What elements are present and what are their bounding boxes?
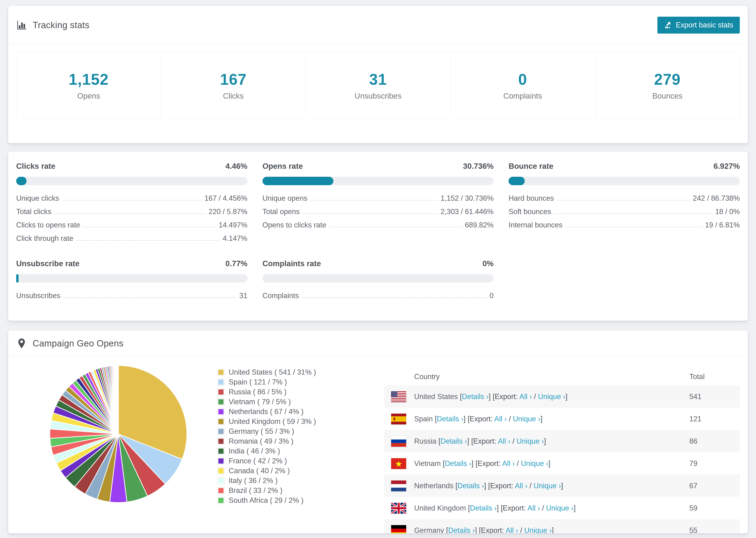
metric-row: Unique clicks 167 / 4.456%	[16, 194, 247, 202]
legend-item: Netherlands ( 67 / 4% )	[217, 407, 316, 417]
stat-value: 0	[518, 71, 527, 88]
details-link[interactable]: Details ›	[470, 504, 497, 512]
export-all-link[interactable]: All ›	[502, 459, 514, 467]
table-row: United Kingdom [Details ›] [Export: All …	[384, 497, 740, 519]
stat-label: Bounces	[652, 91, 682, 100]
header-divider	[8, 44, 748, 45]
legend-label: Germany ( 55 / 3% )	[229, 427, 294, 436]
metric-row: Complaints 0	[262, 292, 494, 300]
stat-value: 167	[220, 71, 246, 88]
dotted-leader	[310, 200, 438, 200]
metric-label: Unique clicks	[16, 194, 59, 202]
details-link[interactable]: Details ›	[437, 415, 464, 423]
metric-row: Opens to clicks rate 689.82%	[262, 221, 494, 229]
stat-cell: 1,152 Opens	[17, 53, 161, 118]
export-basic-stats-button[interactable]: Export basic stats	[657, 17, 740, 33]
metric-label: Clicks to opens rate	[16, 221, 80, 229]
rate-head: Bounce rate 6.927%	[509, 162, 740, 171]
details-link[interactable]: Details ›	[445, 459, 471, 467]
progress-bar-fill	[509, 177, 524, 185]
progress-bar	[509, 177, 740, 185]
dotted-leader	[76, 240, 220, 241]
export-all-link[interactable]: All ›	[498, 437, 511, 445]
metric-value: 2,303 / 61.446%	[441, 207, 494, 216]
export-button-label: Export basic stats	[676, 21, 733, 29]
export-unique-link[interactable]: Unique ›	[521, 459, 548, 467]
metric-row: Soft bounces 18 / 0%	[509, 207, 740, 216]
rate-title: Clicks rate	[16, 162, 55, 171]
details-link[interactable]: Details ›	[462, 393, 489, 401]
export-label: Export:	[473, 437, 496, 445]
metric-value: 220 / 5.87%	[208, 207, 247, 216]
pie-legend: United States ( 541 / 31% ) Spain ( 121 …	[217, 364, 316, 506]
metric-label: Internal bounces	[509, 221, 562, 229]
geo-pie-chart	[48, 364, 189, 505]
metric-label: Total opens	[262, 207, 300, 216]
stats-strip: 1,152 Opens 167 Clicks 31 Unsubscribes 0…	[16, 52, 740, 119]
metric-row: Hard bounces 242 / 86.738%	[509, 194, 740, 202]
country-name: Russia	[414, 437, 436, 445]
export-unique-link[interactable]: Unique ›	[513, 415, 540, 423]
geo-title: Campaign Geo Opens	[33, 339, 124, 349]
metric-value: 19 / 6.81%	[705, 221, 740, 229]
legend-swatch	[217, 448, 225, 455]
country-cell: Russia [Details ›] [Export: All › / Uniq…	[414, 437, 689, 446]
metric-label: Soft bounces	[509, 207, 551, 216]
metric-row: Total opens 2,303 / 61.446%	[262, 207, 494, 216]
stat-value: 279	[654, 71, 681, 88]
tracking-stats-header: Tracking stats Export basic stats	[8, 6, 748, 44]
rates-grid: Clicks rate 4.46% Unique clicks 167 / 4.…	[16, 162, 740, 300]
metric-value: 4.147%	[223, 234, 247, 243]
export-all-link[interactable]: All ›	[515, 482, 527, 490]
legend-label: Vietnam ( 79 / 5% )	[229, 398, 291, 406]
stat-cell: 167 Clicks	[161, 53, 306, 118]
metric-label: Opens to clicks rate	[262, 221, 326, 229]
export-all-link[interactable]: All ›	[527, 504, 540, 512]
legend-item: South Africa ( 29 / 2% )	[217, 496, 316, 506]
rate-title: Opens rate	[262, 162, 303, 171]
metric-value: 242 / 86.738%	[693, 194, 740, 202]
export-unique-link[interactable]: Unique ›	[533, 482, 561, 490]
legend-swatch	[217, 408, 225, 415]
tracking-stats-title: Tracking stats	[33, 20, 89, 30]
metric-row: Clicks to opens rate 14.497%	[16, 221, 247, 229]
dotted-leader	[554, 213, 712, 214]
country-total: 79	[689, 459, 735, 468]
export-all-link[interactable]: All ›	[519, 393, 532, 401]
legend-item: Russia ( 86 / 5% )	[217, 387, 316, 397]
rate-value: 4.46%	[225, 162, 247, 171]
geo-table-body: United States [Details ›] [Export: All ›…	[384, 385, 740, 534]
rate-head: Unsubscribe rate 0.77%	[16, 259, 247, 268]
table-row: Vietnam [Details ›] [Export: All › / Uni…	[384, 452, 740, 475]
legend-item: Italy ( 36 / 2% )	[217, 476, 316, 486]
export-unique-link[interactable]: Unique ›	[546, 504, 573, 512]
export-unique-link[interactable]: Unique ›	[524, 526, 552, 534]
country-name: United States	[414, 393, 458, 401]
country-name: Germany	[414, 526, 444, 534]
details-link[interactable]: Details ›	[448, 526, 475, 534]
metric-label: Unsubscribes	[16, 292, 60, 300]
legend-item: Brazil ( 33 / 2% )	[217, 486, 316, 496]
country-total: 541	[689, 393, 735, 401]
export-all-link[interactable]: All ›	[506, 526, 518, 534]
country-cell: United States [Details ›] [Export: All ›…	[414, 393, 689, 401]
metric-label: Click through rate	[16, 234, 73, 243]
country-flag-icon	[391, 458, 406, 469]
metric-row: Internal bounces 19 / 6.81%	[509, 221, 740, 229]
details-link[interactable]: Details ›	[441, 437, 467, 445]
geo-card: Campaign Geo Opens United States ( 541 /…	[8, 330, 748, 534]
export-unique-link[interactable]: Unique ›	[538, 393, 566, 401]
metric-value: 18 / 0%	[715, 207, 740, 216]
legend-label: United Kingdom ( 59 / 3% )	[229, 417, 316, 426]
export-unique-link[interactable]: Unique ›	[516, 437, 544, 445]
legend-label: Spain ( 121 / 7% )	[229, 378, 287, 386]
map-pin-icon	[16, 338, 27, 349]
export-label: Export:	[490, 482, 513, 490]
details-link[interactable]: Details ›	[458, 482, 484, 490]
dotted-leader	[63, 297, 237, 298]
rate-title: Unsubscribe rate	[16, 259, 80, 268]
export-all-link[interactable]: All ›	[494, 415, 507, 423]
metric-label: Complaints	[262, 292, 299, 300]
country-flag-icon	[391, 391, 406, 402]
table-row: Russia [Details ›] [Export: All › / Uniq…	[384, 430, 740, 452]
